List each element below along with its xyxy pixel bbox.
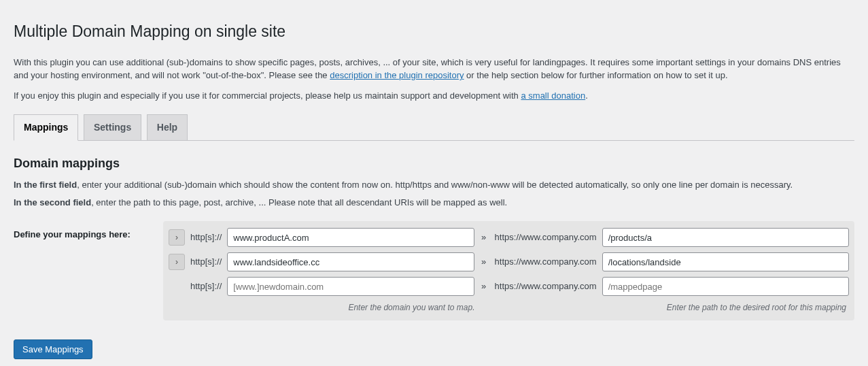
section-title: Domain mappings [14,154,854,173]
arrow-icon: » [479,231,489,244]
mappings-box: › http[s]:// » https://www.company.com ›… [163,221,854,320]
mapping-row: › http[s]:// » https://www.company.com [167,250,850,274]
protocol-label: http[s]:// [189,255,223,269]
domain-input[interactable] [227,252,474,271]
page-title: Multiple Domain Mapping on single site [14,14,854,46]
tab-settings[interactable]: Settings [84,114,141,140]
instr-second-rest: , enter the path to this page, post, arc… [91,197,507,207]
save-button[interactable]: Save Mappings [14,339,92,359]
arrow-icon: » [479,280,489,293]
protocol-label: http[s]:// [189,280,223,293]
expand-toggle[interactable]: › [169,229,185,246]
path-input[interactable] [602,277,849,296]
expand-toggle[interactable]: › [169,254,185,270]
path-input[interactable] [602,228,849,247]
protocol-label: http[s]:// [189,231,223,244]
chevron-right-icon: › [175,256,178,268]
instr-first-rest: , enter your additional (sub-)domain whi… [77,180,793,190]
path-input[interactable] [602,252,849,271]
plugin-repo-link[interactable]: description in the plugin repository [330,70,464,80]
intro-text-1b: or the help section below for further in… [464,70,728,80]
arrow-icon: » [479,255,489,269]
mapping-row: http[s]:// » https://www.company.com [167,274,850,299]
chevron-right-icon: › [175,231,178,244]
instructions: In the first field, enter your additiona… [14,178,854,209]
tab-help[interactable]: Help [147,114,188,140]
domain-hint: Enter the domain you want to map. [226,301,481,315]
base-url-label: https://www.company.com [493,280,598,293]
instr-first-bold: In the first field [14,180,77,190]
intro-paragraph-1: With this plugin you can use additional … [14,56,854,82]
mapping-row: › http[s]:// » https://www.company.com [167,225,850,250]
base-url-label: https://www.company.com [493,231,598,244]
intro-text-2a: If you enjoy this plugin and especially … [14,90,521,101]
hints-row: Enter the domain you want to map. https:… [167,299,850,316]
intro-text-2b: . [585,90,588,101]
donation-link[interactable]: a small donation [521,90,585,101]
tab-mappings[interactable]: Mappings [14,114,78,141]
tab-bar: Mappings Settings Help [14,114,854,141]
define-label: Define your mappings here: [14,221,163,242]
path-hint: Enter the path to the desired root for t… [597,301,849,315]
base-url-label: https://www.company.com [493,255,598,269]
instr-second-bold: In the second field [14,197,91,207]
domain-input[interactable] [227,228,474,247]
domain-input[interactable] [227,277,474,296]
intro-paragraph-2: If you enjoy this plugin and especially … [14,89,854,103]
